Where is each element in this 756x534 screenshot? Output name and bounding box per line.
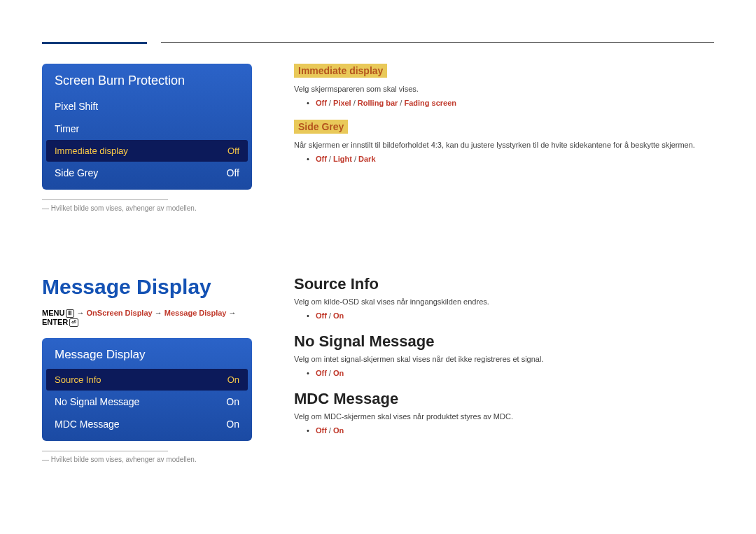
header-rule	[161, 42, 714, 43]
osd-title: Screen Burn Protection	[42, 64, 252, 95]
options-mdc-message: • Off / On	[307, 426, 714, 435]
osd-row-immediate-display[interactable]: Immediate display Off	[46, 140, 248, 162]
heading-source-info: Source Info	[294, 275, 714, 293]
osd-panel-message-display: Message Display Source Info On No Signal…	[42, 338, 252, 441]
osd-row-value: Off	[227, 167, 239, 178]
osd-row-label: Pixel Shift	[55, 101, 98, 112]
heading-side-grey: Side Grey	[294, 120, 348, 134]
osd-row-label: Timer	[55, 123, 79, 134]
osd-note: ― Hvilket bilde som vises, avhenger av m…	[42, 204, 252, 212]
osd-row-timer[interactable]: Timer	[42, 118, 252, 140]
osd-title: Message Display	[42, 338, 252, 369]
osd-row-label: Source Info	[55, 374, 102, 385]
osd-row-source-info[interactable]: Source Info On	[46, 369, 248, 391]
options-side-grey: • Off / Light / Dark	[307, 155, 714, 163]
menu-icon: Ⅲ	[66, 309, 74, 318]
osd-row-mdc-message[interactable]: MDC Message On	[42, 413, 252, 435]
heading-no-signal-message: No Signal Message	[294, 332, 714, 351]
desc-no-signal-message: Velg om intet signal-skjermen skal vises…	[294, 355, 714, 363]
osd-row-value: Off	[227, 146, 239, 156]
note-rule	[42, 199, 168, 200]
options-no-signal-message: • Off / On	[307, 369, 714, 377]
osd-row-no-signal-message[interactable]: No Signal Message On	[42, 391, 252, 413]
heading-immediate-display: Immediate display	[294, 64, 387, 78]
osd-row-label: No Signal Message	[55, 396, 139, 407]
enter-icon: ⏎	[69, 318, 78, 327]
options-source-info: • Off / On	[307, 311, 714, 320]
section-title-message-display: Message Display	[42, 275, 252, 299]
osd-row-value: On	[226, 419, 239, 430]
desc-mdc-message: Velg om MDC-skjermen skal vises når prod…	[294, 412, 714, 421]
heading-mdc-message: MDC Message	[294, 390, 714, 408]
note-rule	[42, 451, 168, 451]
desc-immediate-display: Velg skjermspareren som skal vises.	[294, 85, 714, 93]
desc-source-info: Velg om kilde-OSD skal vises når inngang…	[294, 297, 714, 306]
osd-row-value: On	[227, 374, 239, 385]
osd-row-label: Immediate display	[55, 146, 128, 156]
osd-note: ― Hvilket bilde som vises, avhenger av m…	[42, 456, 252, 463]
breadcrumb: MENUⅢ → OnScreen Display → Message Displ…	[42, 309, 252, 327]
osd-row-label: MDC Message	[55, 419, 120, 430]
osd-row-pixel-shift[interactable]: Pixel Shift	[42, 95, 252, 118]
osd-row-side-grey[interactable]: Side Grey Off	[42, 162, 252, 184]
header-accent	[42, 42, 147, 44]
options-immediate-display: • Off / Pixel / Rolling bar / Fading scr…	[307, 99, 714, 107]
osd-row-label: Side Grey	[55, 167, 98, 178]
osd-row-value: On	[226, 396, 239, 407]
osd-panel-screen-burn: Screen Burn Protection Pixel Shift Timer…	[42, 64, 252, 190]
desc-side-grey: Når skjermen er innstilt til bildeforhol…	[294, 141, 714, 149]
